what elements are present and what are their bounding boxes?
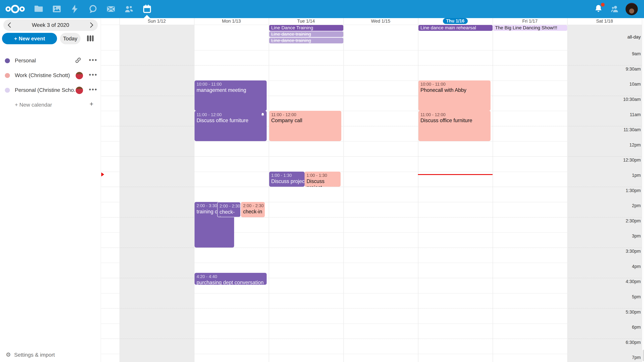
event-check-in[interactable]: 2:00 - 2:30check-in [217,202,241,217]
event-time: 11:00 - 12:00 [196,112,265,117]
photos-app-icon[interactable] [52,4,62,14]
calendar-menu-icon[interactable]: ●●● [89,57,98,62]
calendar-list-item-work[interactable]: Work (Christine Schott) ●●● [0,69,100,82]
allday-event[interactable]: Line dance main rehearsal [418,25,493,31]
time-axis-label: 11am [630,112,641,117]
allday-event[interactable]: Line dance training [269,31,344,37]
time-gridline [101,263,642,263]
new-calendar-button[interactable]: + New calendar [15,102,52,108]
contacts-menu-icon[interactable] [610,4,620,14]
time-axis-label: 12pm [630,142,641,148]
calendar-name: Personal [15,57,36,64]
allday-event[interactable]: The Big Line Dancing Show!!! [493,25,567,31]
time-axis-label: 3pm [632,233,641,239]
time-axis-label: 7pm [632,355,641,360]
scrollbar-track[interactable] [642,18,644,362]
event-discuss-project-announcement[interactable]: 1:00 - 1:30Discuss project announcement [304,172,340,187]
calendar-color-dot [5,73,10,78]
share-link-icon[interactable] [75,57,81,63]
scrollbar-thumb[interactable] [643,350,644,361]
day-header-sun: Sun 1/12 [120,18,194,25]
event-time: 2:00 - 2:30 [220,203,238,209]
settings-label: Settings & import [14,352,55,358]
allday-event[interactable]: Line Dance Training [269,25,344,31]
event-phonecall-with-abby[interactable]: 10:00 - 11:00Phonecall with Abby [418,80,490,111]
time-gridline [101,80,642,81]
event-management-meeting[interactable]: 10:00 - 11:00management meeting [194,80,267,111]
contacts-app-icon[interactable] [124,4,134,14]
event-discuss-project-announcement[interactable]: 1:00 - 1:30Discuss project ann [269,172,304,187]
alarm-bell-icon [260,112,265,117]
time-axis-label: 1:30pm [626,188,641,193]
calendar-menu-icon[interactable]: ●●● [89,72,98,77]
event-time: 2:00 - 2:30 [243,203,263,209]
files-app-icon[interactable] [34,4,44,14]
user-avatar[interactable] [626,3,638,15]
notifications-bell-icon[interactable] [594,4,604,14]
day-header-thu: Thu 1/16 [418,18,492,25]
column-divider [492,18,493,362]
time-axis-label: 4pm [632,264,641,269]
time-gridline [101,232,642,233]
allday-event[interactable]: Line dance training [269,38,344,43]
event-discuss-office-furniture[interactable]: 11:00 - 12:00Discuss office furniture [194,111,267,141]
calendar-week-view: 9am9:30am10am10:30am11am11:30am12pm12:30… [100,18,644,362]
event-title: check-in [220,209,238,217]
active-app-pointer [144,15,150,18]
mail-app-icon[interactable] [106,4,116,14]
time-gridline [101,187,642,187]
time-axis-label: 3:30pm [626,249,641,254]
event-time: 4:20 - 4:40 [196,274,265,279]
new-calendar-plus-icon[interactable]: + [90,100,94,108]
calendar-list-item-personal[interactable]: Personal ●●● [0,54,100,67]
time-axis-label: 10am [630,82,641,87]
event-title: Discuss office furniture [196,117,265,123]
time-gridline [101,248,642,248]
day-header-wed: Wed 1/15 [343,18,418,25]
nextcloud-logo[interactable] [5,4,25,14]
calendar-app-icon[interactable] [142,4,152,14]
event-purchasing-dept-conversation[interactable]: 4:20 - 4:40purchasing dept conversation [194,273,267,285]
event-time: 11:00 - 12:00 [420,112,488,117]
time-gridline [101,141,642,141]
settings-import-button[interactable]: ⚙Settings & import [6,351,55,358]
day-header-fri: Fri 1/17 [492,18,567,25]
event-company-call[interactable]: 11:00 - 12:00Company call [269,111,341,141]
calendar-menu-icon[interactable]: ●●● [89,87,98,92]
day-header-tue: Tue 1/14 [269,18,343,25]
gear-icon: ⚙ [6,352,11,358]
time-gridline [101,308,642,309]
time-gridline [101,65,642,65]
event-title: Discuss project ann [271,178,302,184]
view-toggle-button[interactable] [87,35,94,41]
week-navigation[interactable]: Week 3 of 2020 [3,19,98,31]
time-gridline [101,111,642,111]
today-button[interactable]: Today [60,33,80,44]
week-label[interactable]: Week 3 of 2020 [16,19,85,31]
weekend-column-shading [120,25,194,362]
new-event-button[interactable]: + New event [2,33,57,44]
event-discuss-office-furniture[interactable]: 11:00 - 12:00Discuss office furniture [418,111,490,141]
previous-week-icon[interactable] [6,22,13,28]
time-gridline [101,96,642,96]
talk-app-icon[interactable] [88,4,98,14]
event-time: 1:00 - 1:30 [306,173,338,178]
time-axis-label: 2:30pm [626,218,641,224]
calendar-color-dot [5,58,10,63]
next-week-icon[interactable] [88,22,94,28]
notification-badge [601,3,604,6]
activity-app-icon[interactable] [70,4,80,14]
event-time: 10:00 - 11:00 [420,82,488,87]
time-axis-label: 4:30pm [626,279,641,284]
time-axis-label: 6pm [632,325,641,330]
event-time: 10:00 - 11:00 [196,82,265,87]
time-axis-label: 5:30pm [626,310,641,315]
time-gridline [101,339,642,339]
event-check-in[interactable]: 2:00 - 2:30check-in [241,202,265,217]
time-axis-label: 2pm [632,203,641,208]
event-time: 11:00 - 12:00 [271,112,339,117]
event-title: Phonecall with Abby [420,87,488,93]
today-pill[interactable]: Thu 1/16 [443,18,468,24]
calendar-list-item-personal-christine[interactable]: Personal (Christine Scho... ●●● [0,84,100,97]
time-gridline [101,293,642,294]
